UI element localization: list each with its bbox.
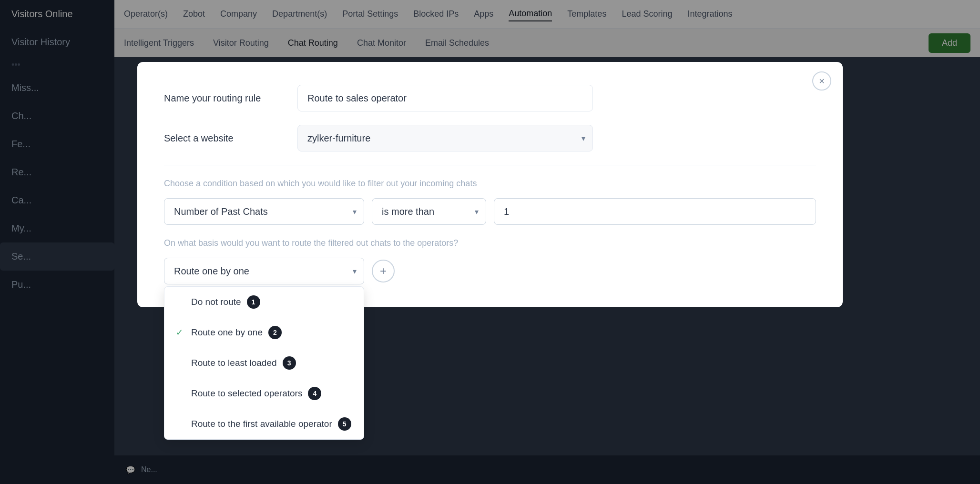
dropdown-label-3: Route to least loaded <box>191 358 277 368</box>
routing-select[interactable]: Route one by one <box>164 258 364 284</box>
routing-dropdown-menu: Do not route 1 ✓ Route one by one 2 Rout… <box>164 286 364 440</box>
rule-name-row: Name your routing rule <box>164 85 816 111</box>
routing-row: Route one by one ▾ + Do not route 1 ✓ Ro… <box>164 258 816 284</box>
dropdown-badge-1: 1 <box>247 295 260 309</box>
condition-value-input[interactable] <box>494 198 816 225</box>
website-label: Select a website <box>164 133 297 144</box>
divider <box>164 165 816 165</box>
routing-rule-modal: × Name your routing rule Select a websit… <box>137 62 843 307</box>
dropdown-item-route-selected-operators[interactable]: Route to selected operators 4 <box>164 378 364 409</box>
website-row: Select a website zylker-furniture ▾ <box>164 125 816 151</box>
dropdown-label-5: Route to the first available operator <box>191 419 332 429</box>
condition-field-select[interactable]: Number of Past Chats <box>164 198 364 225</box>
condition-field-wrapper: Number of Past Chats ▾ <box>164 198 364 225</box>
dropdown-label-2: Route one by one <box>191 327 263 338</box>
condition-section-label: Choose a condition based on which you wo… <box>164 179 816 189</box>
dropdown-badge-3: 3 <box>283 356 296 370</box>
add-condition-button[interactable]: + <box>372 260 395 282</box>
website-select-wrapper: zylker-furniture ▾ <box>297 125 593 151</box>
dropdown-label-1: Do not route <box>191 297 241 307</box>
condition-row: Number of Past Chats ▾ is more than ▾ <box>164 198 816 225</box>
rule-name-label: Name your routing rule <box>164 93 297 104</box>
plus-icon: + <box>380 264 387 278</box>
condition-operator-select[interactable]: is more than <box>372 198 486 225</box>
check-icon-2: ✓ <box>176 327 185 338</box>
dropdown-badge-4: 4 <box>308 387 321 400</box>
rule-name-input[interactable] <box>297 85 593 111</box>
routing-select-wrapper: Route one by one ▾ <box>164 258 364 284</box>
dropdown-badge-2: 2 <box>268 326 282 339</box>
routing-section-label: On what basis would you want to route th… <box>164 238 816 248</box>
close-icon: × <box>819 76 825 87</box>
dropdown-item-route-least-loaded[interactable]: Route to least loaded 3 <box>164 348 364 378</box>
dropdown-item-route-one-by-one[interactable]: ✓ Route one by one 2 <box>164 317 364 348</box>
dropdown-item-do-not-route[interactable]: Do not route 1 <box>164 287 364 317</box>
dropdown-badge-5: 5 <box>338 417 351 431</box>
dropdown-label-4: Route to selected operators <box>191 388 302 399</box>
dropdown-item-route-first-available[interactable]: Route to the first available operator 5 <box>164 409 364 439</box>
modal-close-button[interactable]: × <box>812 71 831 91</box>
website-select[interactable]: zylker-furniture <box>297 125 593 151</box>
condition-operator-wrapper: is more than ▾ <box>372 198 486 225</box>
